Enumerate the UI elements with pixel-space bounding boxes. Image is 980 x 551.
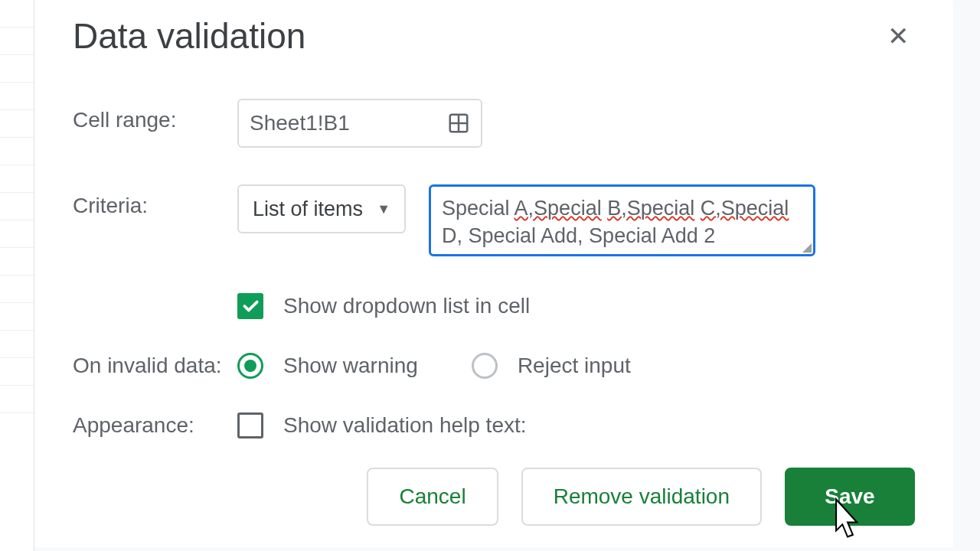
criteria-label: Criteria: xyxy=(73,184,237,218)
data-validation-dialog: Data validation ✕ Cell range: Sheet1!B1 … xyxy=(34,0,953,547)
chevron-down-icon: ▼ xyxy=(377,201,390,217)
close-icon[interactable]: ✕ xyxy=(881,20,915,52)
criteria-type-value: List of items xyxy=(253,197,363,221)
show-dropdown-label: Show dropdown list in cell xyxy=(283,294,530,318)
resize-handle-icon[interactable] xyxy=(802,243,812,253)
cell-range-value: Sheet1!B1 xyxy=(250,111,350,135)
save-button[interactable]: Save xyxy=(785,468,915,526)
cell-range-input[interactable]: Sheet1!B1 xyxy=(237,99,482,148)
reject-input-radio-label: Reject input xyxy=(518,354,631,378)
cancel-button[interactable]: Cancel xyxy=(367,468,498,526)
spreadsheet-gutter xyxy=(0,0,34,551)
remove-validation-button[interactable]: Remove validation xyxy=(521,468,762,526)
reject-input-radio[interactable] xyxy=(472,353,498,379)
appearance-label: Appearance: xyxy=(73,413,237,438)
criteria-items-value: Special A,Special B,Special C,Special D,… xyxy=(442,197,789,247)
criteria-items-input[interactable]: Special A,Special B,Special C,Special D,… xyxy=(429,184,815,256)
show-warning-radio-label: Show warning xyxy=(283,354,418,378)
on-invalid-label: On invalid data: xyxy=(73,354,237,378)
help-text-checkbox[interactable] xyxy=(237,412,263,439)
show-dropdown-checkbox[interactable] xyxy=(237,293,263,319)
cell-range-label: Cell range: xyxy=(73,99,237,132)
help-text-label: Show validation help text: xyxy=(283,413,527,438)
grid-select-icon[interactable] xyxy=(447,112,470,135)
dialog-footer: Cancel Remove validation Save xyxy=(367,468,915,526)
show-warning-radio[interactable] xyxy=(237,353,263,379)
dialog-title: Data validation xyxy=(73,15,305,57)
criteria-type-select[interactable]: List of items ▼ xyxy=(237,184,406,233)
